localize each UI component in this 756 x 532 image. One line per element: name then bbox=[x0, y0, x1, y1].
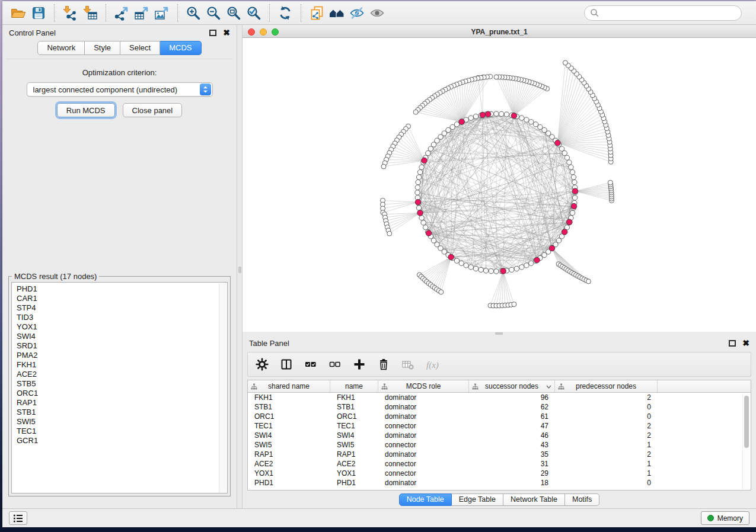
zoom-selected-region-button[interactable] bbox=[244, 4, 264, 23]
maximize-window-icon[interactable] bbox=[272, 28, 279, 36]
column-header-MCDS-role[interactable]: MCDS role bbox=[378, 380, 469, 392]
node-table[interactable]: shared namenameMCDS rolesuccessor nodesp… bbox=[247, 380, 751, 491]
search-input[interactable] bbox=[602, 8, 736, 18]
table-cell[interactable]: 29 bbox=[469, 469, 555, 477]
mcds-result-item[interactable]: SRD1 bbox=[17, 341, 227, 351]
table-cell[interactable]: STB1 bbox=[248, 403, 330, 411]
float-icon[interactable] bbox=[209, 30, 216, 36]
table-cell[interactable]: 0 bbox=[555, 412, 658, 421]
table-cell[interactable]: RAP1 bbox=[330, 450, 378, 459]
table-cell[interactable]: dominator bbox=[378, 412, 469, 421]
run-mcds-button[interactable]: Run MCDS bbox=[57, 103, 115, 117]
table-row[interactable]: TEC1TEC1connector472 bbox=[248, 421, 751, 431]
table-cell[interactable]: 1 bbox=[555, 441, 658, 449]
table-cell[interactable]: 1 bbox=[555, 469, 658, 477]
table-cell[interactable]: dominator bbox=[378, 479, 469, 487]
splitter-grip[interactable] bbox=[238, 267, 241, 273]
apply-preferred-layout-button[interactable] bbox=[275, 4, 295, 23]
open-session-button[interactable] bbox=[8, 4, 28, 23]
table-row[interactable]: RAP1RAP1dominator352 bbox=[248, 450, 751, 459]
first-neighbors-button[interactable] bbox=[327, 4, 347, 23]
column-header-predecessor-nodes[interactable]: predecessor nodes bbox=[555, 380, 658, 392]
mcds-result-list[interactable]: PHD1CAR1STP4TID3YOX1SWI4SRD1PMA2FKH1ACE2… bbox=[11, 282, 228, 493]
mcds-result-item[interactable]: PMA2 bbox=[17, 351, 227, 360]
table-cell[interactable]: 1 bbox=[555, 460, 658, 468]
table-cell[interactable]: SWI5 bbox=[330, 441, 378, 449]
mcds-result-item[interactable]: STB5 bbox=[17, 379, 227, 389]
tab-motifs[interactable]: Motifs bbox=[565, 493, 599, 506]
hide-selected-button[interactable] bbox=[347, 4, 367, 23]
table-cell[interactable]: ACE2 bbox=[330, 460, 378, 468]
add-column-button[interactable] bbox=[352, 357, 366, 371]
table-cell[interactable]: dominator bbox=[378, 403, 469, 411]
table-cell[interactable]: ACE2 bbox=[248, 460, 330, 468]
table-row[interactable]: FKH1FKH1dominator962 bbox=[248, 393, 751, 402]
mcds-result-item[interactable]: CAR1 bbox=[17, 294, 227, 303]
table-cell[interactable]: 31 bbox=[469, 460, 555, 468]
table-cell[interactable]: FKH1 bbox=[248, 393, 330, 402]
table-cell[interactable]: YOX1 bbox=[248, 469, 330, 477]
mcds-result-item[interactable]: STB1 bbox=[17, 408, 227, 417]
close-panel-button[interactable]: Close panel bbox=[123, 103, 183, 117]
table-cell[interactable]: dominator bbox=[378, 431, 469, 440]
table-cell[interactable]: 18 bbox=[469, 479, 555, 487]
mcds-result-item[interactable]: TID3 bbox=[17, 313, 227, 322]
mcds-result-item[interactable]: ACE2 bbox=[17, 370, 227, 379]
delete-column-button[interactable] bbox=[377, 357, 391, 371]
table-cell[interactable]: 2 bbox=[555, 393, 658, 402]
scrollbar-thumb[interactable] bbox=[744, 396, 749, 448]
memory-button[interactable]: Memory bbox=[701, 511, 749, 525]
table-cell[interactable]: ORC1 bbox=[248, 412, 330, 421]
column-display-button[interactable] bbox=[279, 357, 294, 371]
tab-network-table[interactable]: Network Table bbox=[503, 493, 565, 506]
table-cell[interactable]: RAP1 bbox=[248, 450, 330, 459]
tab-network[interactable]: Network bbox=[37, 41, 85, 55]
mcds-result-item[interactable]: PHD1 bbox=[17, 284, 227, 294]
table-cell[interactable]: PHD1 bbox=[330, 479, 378, 487]
export-network-button[interactable] bbox=[111, 4, 132, 23]
table-cell[interactable]: TEC1 bbox=[248, 422, 330, 430]
mcds-result-item[interactable]: GCR1 bbox=[17, 436, 227, 446]
table-cell[interactable]: 47 bbox=[469, 422, 555, 430]
table-row[interactable]: SWI4SWI4dominator462 bbox=[248, 431, 751, 440]
mcds-result-item[interactable]: YOX1 bbox=[17, 322, 227, 332]
splitter-grip[interactable] bbox=[495, 332, 503, 335]
table-row[interactable]: STB1STB1dominator620 bbox=[248, 402, 751, 412]
show-all-button[interactable] bbox=[367, 4, 387, 23]
table-cell[interactable]: 2 bbox=[555, 422, 658, 430]
tab-node-table[interactable]: Node Table bbox=[399, 493, 452, 506]
table-cell[interactable]: dominator bbox=[378, 393, 469, 402]
table-cell[interactable]: 46 bbox=[469, 431, 555, 440]
mcds-result-item[interactable]: STP4 bbox=[17, 303, 227, 313]
optimization-criterion-select[interactable]: largest connected component (undirected) bbox=[27, 82, 213, 97]
column-header-name[interactable]: name bbox=[330, 380, 378, 392]
table-scrollbar[interactable] bbox=[742, 393, 749, 489]
export-image-button[interactable] bbox=[152, 4, 172, 23]
table-cell[interactable]: PHD1 bbox=[248, 479, 330, 487]
mcds-result-item[interactable]: SWI4 bbox=[17, 332, 227, 341]
table-cell[interactable]: dominator bbox=[378, 450, 469, 459]
table-cell[interactable]: 0 bbox=[555, 479, 658, 487]
import-table-file-button[interactable] bbox=[80, 4, 100, 23]
table-cell[interactable]: connector bbox=[378, 422, 469, 430]
export-table-button[interactable] bbox=[132, 4, 152, 23]
save-session-button[interactable] bbox=[28, 4, 49, 23]
table-row[interactable]: PHD1PHD1dominator180 bbox=[248, 478, 751, 488]
table-cell[interactable]: 35 bbox=[469, 450, 555, 459]
network-canvas[interactable] bbox=[243, 38, 756, 332]
table-cell[interactable]: 62 bbox=[469, 403, 555, 411]
table-cell[interactable]: ORC1 bbox=[330, 412, 378, 421]
minimize-window-icon[interactable] bbox=[260, 28, 267, 36]
table-cell[interactable]: YOX1 bbox=[330, 469, 378, 477]
table-cell[interactable]: STB1 bbox=[330, 403, 378, 411]
float-icon[interactable] bbox=[729, 340, 736, 347]
sort-desc-icon[interactable] bbox=[546, 385, 551, 389]
select-all-button[interactable] bbox=[304, 357, 318, 371]
zoom-in-button[interactable] bbox=[183, 4, 203, 23]
column-header-shared-name[interactable]: shared name bbox=[248, 380, 330, 392]
network-graph[interactable] bbox=[243, 38, 756, 332]
zoom-fit-content-button[interactable] bbox=[224, 4, 244, 23]
task-history-button[interactable] bbox=[9, 511, 27, 525]
table-cell[interactable]: 61 bbox=[469, 412, 555, 421]
tab-select[interactable]: Select bbox=[120, 41, 160, 55]
